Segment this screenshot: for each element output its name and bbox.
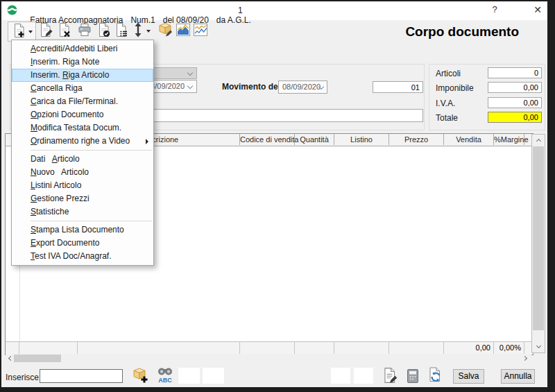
col-header-prezzo[interactable]: Prezzo [389, 134, 444, 145]
doc-code-field[interactable] [373, 81, 423, 93]
menu-item-export-documento[interactable]: Export Documento [12, 237, 153, 250]
package-plus-icon [131, 375, 150, 387]
check-document-icon [96, 22, 112, 40]
delete-document-icon [57, 22, 72, 40]
menu-separator [31, 221, 152, 221]
horizontal-scroll-thumb[interactable] [14, 355, 61, 362]
annulla-button[interactable]: Annulla [501, 369, 535, 384]
add-article-button[interactable] [131, 366, 150, 388]
col-header-vendita[interactable]: Vendita [444, 134, 494, 145]
chevron-down-icon [536, 343, 540, 348]
scroll-right-button[interactable] [521, 354, 530, 363]
svg-text:ABC: ABC [158, 377, 172, 384]
menu-item-listini-articolo[interactable]: Listini Articolo [12, 179, 153, 192]
menu-item-nuovo-articolo[interactable]: Nuovo Articolo [12, 166, 153, 179]
col-header-codice-vendita[interactable]: Codice di vendita [240, 134, 295, 145]
menu-item-carica-da-file[interactable]: Carica da File/Terminal. [12, 95, 153, 108]
movimento-date-combo[interactable]: 08/09/2020 [278, 80, 327, 94]
scroll-down-button[interactable] [532, 341, 545, 352]
area-chart-icon [176, 23, 191, 40]
salva-button[interactable]: Salva [453, 369, 484, 384]
menu-item-cancella-riga[interactable]: Cancella Riga [12, 82, 153, 95]
col-header-quantita[interactable]: Quantità [295, 134, 334, 145]
movimento-label: Movimento del [222, 82, 280, 92]
package-edit-icon [157, 22, 174, 40]
col-header-listino[interactable]: Listino [334, 134, 389, 145]
footer-vendita-total: 0,00 [444, 342, 494, 354]
col-header-margine[interactable]: %Margine [494, 134, 524, 145]
edit-document-icon [38, 22, 53, 40]
footer-cell [19, 342, 78, 354]
insert-row-menu-button[interactable] [8, 22, 36, 42]
help-button[interactable]: ? [488, 3, 502, 17]
menu-item-inserim-riga-articolo[interactable]: Inserim. Riga Articolo [12, 69, 153, 82]
menu-item-stampa-lista[interactable]: Stampa Lista Documento [12, 223, 153, 237]
chevron-down-icon [187, 83, 193, 89]
refresh-document-button[interactable] [427, 366, 445, 387]
binoculars-abc-icon: ABC [155, 375, 175, 387]
document-settings-icon [114, 22, 129, 40]
menu-item-inserim-riga-note[interactable]: Inserim. Riga Note [12, 56, 153, 69]
printer-icon [77, 22, 92, 40]
imponibile-label: Imponibile [436, 83, 486, 93]
calculator-icon [406, 374, 420, 386]
articoli-label: Articoli [436, 69, 486, 78]
search-article-button[interactable]: ABC [155, 366, 175, 388]
chevron-right-icon [522, 356, 527, 361]
delete-row-button[interactable] [55, 22, 74, 40]
area-chart-button[interactable] [173, 22, 192, 40]
inserisce-input[interactable] [40, 369, 123, 383]
movimento-date-value: 08/09/2020 [282, 83, 321, 91]
inserisce-label: Inserisce: [6, 373, 41, 382]
menu-item-ordinamento-righe[interactable]: Ordinamento righe a Video [12, 135, 153, 148]
document-pencil-icon [382, 374, 398, 386]
menu-item-accrediti-addebiti[interactable]: Accrediti/Addebiti Liberi [12, 42, 153, 56]
chevron-down-icon [187, 70, 193, 76]
title-page-indicator: 1 [238, 6, 243, 15]
iva-label: I.V.A. [436, 99, 486, 108]
dropdown-arrow-icon [146, 30, 151, 33]
menu-item-test-iva[interactable]: Test IVA Doc/Anagraf. [12, 250, 153, 263]
menu-item-gestione-prezzi[interactable]: Gestione Prezzi [12, 192, 153, 205]
add-document-icon [12, 23, 27, 41]
iva-field: 0,00 [488, 97, 542, 108]
status-box-2[interactable] [203, 368, 224, 384]
edit-note-button[interactable] [382, 367, 398, 386]
up-down-arrow-icon [133, 22, 144, 40]
scroll-up-button[interactable] [532, 135, 545, 146]
calculator-button[interactable] [406, 368, 420, 386]
section-title: Corpo documento [385, 24, 519, 40]
submenu-arrow-icon [146, 139, 148, 144]
line-chart-button[interactable] [191, 22, 210, 40]
articoli-field: 0 [488, 67, 542, 78]
articles-button[interactable] [156, 22, 175, 40]
footer-margine-total: 0,00% [494, 342, 524, 354]
menu-item-opzioni-documento[interactable]: Opzioni Documento [12, 108, 153, 121]
menu-item-dati-articolo[interactable]: Dati Articolo [12, 153, 153, 166]
app-logo-icon [7, 5, 17, 15]
status-box-4[interactable] [354, 368, 373, 384]
move-rows-button[interactable] [129, 22, 154, 40]
document-options-button[interactable] [112, 22, 130, 40]
print-button[interactable] [75, 22, 94, 40]
vertical-scroll-thumb[interactable] [533, 146, 544, 330]
chevron-left-icon [8, 356, 13, 361]
horizontal-scrollbar[interactable] [6, 354, 531, 363]
menu-item-modifica-testata[interactable]: Modifica Testata Docum. [12, 121, 153, 135]
totale-label: Totale [436, 113, 486, 123]
edit-row-button[interactable] [36, 22, 55, 40]
footer-cell [524, 342, 531, 354]
menu-item-statistiche[interactable]: Statistiche [12, 205, 153, 219]
status-box-3[interactable] [331, 368, 350, 384]
footer-cell [334, 342, 389, 354]
title-doc-author: da A.G.L. [216, 15, 251, 25]
vertical-scrollbar[interactable] [531, 134, 545, 353]
grid-footer-row: 0,00 0,00% [6, 341, 531, 354]
footer-cell [240, 342, 295, 354]
document-refresh-icon [427, 375, 445, 386]
close-button[interactable]: ✕ [531, 3, 545, 17]
menu-separator [31, 150, 152, 151]
confirm-document-button[interactable] [94, 22, 113, 40]
status-box-1[interactable] [178, 368, 200, 384]
footer-cell [78, 342, 240, 354]
